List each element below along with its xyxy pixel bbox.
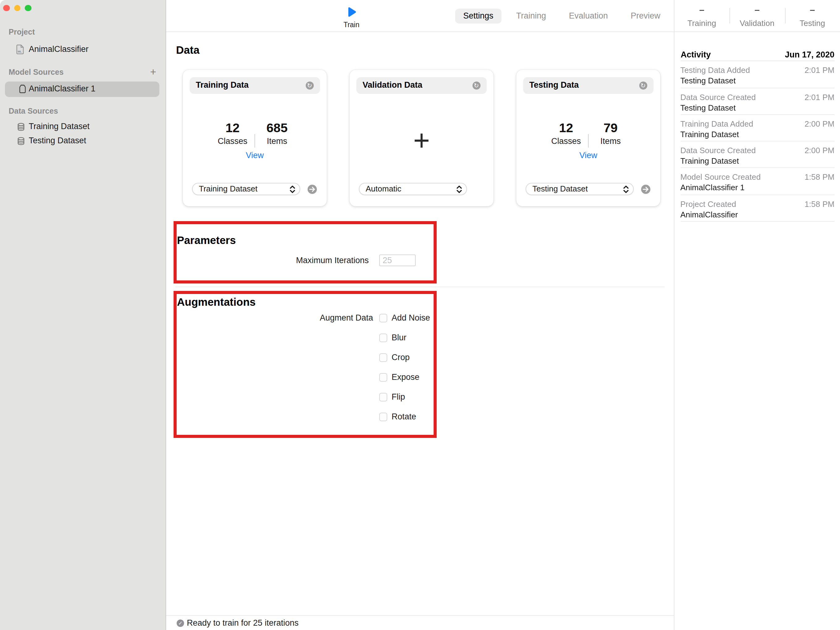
play-icon bbox=[347, 7, 356, 17]
activity-log-header: Activity Jun 17, 2020 bbox=[681, 48, 834, 60]
activity-log-item: Data Source Created 2:00 PM Training Dat… bbox=[681, 141, 834, 168]
checkbox-label: Add Noise bbox=[392, 313, 430, 323]
metric-training: – Training bbox=[674, 0, 729, 32]
checkbox-label: Expose bbox=[392, 373, 419, 382]
checkbox-label: Rotate bbox=[392, 412, 416, 422]
activity-log-item: Training Data Added 2:00 PM Training Dat… bbox=[681, 115, 834, 142]
toolbar: Train Settings Training Evaluation Previ… bbox=[166, 0, 674, 32]
status-text: Ready to train for 25 iterations bbox=[187, 616, 298, 630]
chevron-up-down-icon bbox=[290, 186, 295, 194]
items-stat: 685 Items bbox=[252, 122, 302, 146]
refresh-icon[interactable]: ↻ bbox=[639, 81, 647, 90]
data-sources-section-label: Data Sources bbox=[9, 107, 58, 115]
maximum-iterations-input[interactable] bbox=[379, 254, 415, 266]
activity-log-title: Activity bbox=[681, 50, 711, 59]
testing-data-card-header: Testing Data ↻ bbox=[523, 77, 654, 93]
model-source-icon bbox=[19, 85, 25, 93]
checkbox-flip[interactable] bbox=[379, 393, 387, 401]
database-icon bbox=[17, 137, 25, 145]
augmentations-section-title: Augmentations bbox=[177, 295, 256, 308]
validation-data-card-header: Validation Data ↻ bbox=[356, 77, 487, 93]
testing-data-card: Testing Data ↻ 12 Classes 79 Items View … bbox=[516, 69, 660, 206]
add-validation-data-target[interactable]: + bbox=[350, 123, 494, 157]
training-data-source-dropdown[interactable]: Training Dataset bbox=[192, 183, 300, 195]
card-title: Training Data bbox=[196, 77, 249, 93]
check-circle-icon: ✓ bbox=[177, 619, 184, 627]
activity-log-list: Testing Data Added 2:01 PM Testing Datas… bbox=[681, 61, 834, 222]
validation-data-card: Validation Data ↻ + Automatic bbox=[350, 69, 494, 206]
section-divider bbox=[175, 287, 665, 287]
zoom-window-button[interactable] bbox=[25, 5, 31, 11]
activity-log-item: Testing Data Added 2:01 PM Testing Datas… bbox=[681, 62, 834, 88]
metric-validation: – Validation bbox=[729, 0, 785, 32]
arrow-right-icon bbox=[641, 185, 650, 194]
view-link[interactable]: View bbox=[183, 150, 327, 159]
sidebar-item-label[interactable]: Training Dataset bbox=[29, 122, 90, 131]
chevron-up-down-icon bbox=[623, 186, 629, 194]
project-section-label: Project bbox=[9, 27, 35, 36]
activity-log-item: Project Created 1:58 PM AnimalClassifier bbox=[681, 195, 834, 222]
tab-bar: Settings Training Evaluation Preview Out… bbox=[463, 9, 708, 24]
open-data-source-button[interactable] bbox=[307, 185, 317, 194]
validation-data-source-dropdown[interactable]: Automatic bbox=[359, 183, 467, 195]
metrics-row: – Training – Validation – Testing bbox=[674, 0, 840, 32]
checkbox-crop[interactable] bbox=[379, 354, 387, 362]
close-window-button[interactable] bbox=[3, 5, 9, 11]
svg-text:ML: ML bbox=[17, 50, 22, 53]
sidebar-item-label[interactable]: AnimalClassifier 1 bbox=[29, 84, 95, 94]
status-bar: ✓ Ready to train for 25 iterations bbox=[166, 615, 674, 630]
arrow-right-icon bbox=[307, 185, 317, 194]
sidebar: Project ML AnimalClassifier Model Source… bbox=[0, 0, 166, 630]
tab-training[interactable]: Training bbox=[516, 9, 546, 24]
open-data-source-button[interactable] bbox=[641, 185, 650, 194]
maximum-iterations-label: Maximum Iterations bbox=[245, 256, 369, 265]
tab-settings[interactable]: Settings bbox=[455, 9, 502, 24]
classes-stat: 12 Classes bbox=[542, 122, 591, 146]
metric-testing: – Testing bbox=[785, 0, 840, 32]
testing-data-source-dropdown[interactable]: Testing Dataset bbox=[526, 183, 634, 195]
activity-log-item: Data Source Created 2:01 PM Testing Data… bbox=[681, 88, 834, 115]
parameters-annotation-box bbox=[174, 221, 437, 283]
add-model-source-button[interactable]: + bbox=[147, 66, 159, 78]
classes-stat: 12 Classes bbox=[208, 122, 257, 146]
activity-panel: – Training – Validation – Testing Activi… bbox=[674, 0, 840, 630]
page-title: Data bbox=[176, 44, 199, 57]
database-icon bbox=[17, 123, 25, 131]
sidebar-item-label[interactable]: AnimalClassifier bbox=[29, 44, 88, 54]
model-sources-section-label: Model Sources bbox=[9, 68, 64, 76]
activity-log-item: Model Source Created 1:58 PM AnimalClass… bbox=[681, 168, 834, 195]
view-link[interactable]: View bbox=[516, 150, 660, 159]
training-data-card-header: Training Data ↻ bbox=[189, 77, 320, 93]
refresh-icon[interactable]: ↻ bbox=[305, 81, 314, 90]
train-button-label: Train bbox=[340, 21, 363, 29]
activity-log-date: Jun 17, 2020 bbox=[785, 50, 834, 59]
checkbox-label: Blur bbox=[392, 333, 406, 343]
create-ml-window: Project ML AnimalClassifier Model Source… bbox=[0, 0, 840, 630]
checkbox-rotate[interactable] bbox=[379, 413, 387, 421]
card-title: Validation Data bbox=[363, 77, 423, 93]
checkbox-label: Crop bbox=[392, 353, 410, 363]
ml-document-icon: ML bbox=[16, 44, 24, 54]
chevron-up-down-icon bbox=[456, 186, 462, 194]
sidebar-item-label[interactable]: Testing Dataset bbox=[29, 136, 86, 145]
checkbox-add-noise[interactable] bbox=[379, 314, 387, 322]
card-title: Testing Data bbox=[529, 77, 579, 93]
augment-data-label: Augment Data bbox=[249, 313, 373, 323]
checkbox-expose[interactable] bbox=[379, 373, 387, 382]
minimize-window-button[interactable] bbox=[14, 5, 21, 11]
checkbox-blur[interactable] bbox=[379, 334, 387, 342]
refresh-icon[interactable]: ↻ bbox=[472, 81, 480, 90]
checkbox-label: Flip bbox=[392, 392, 405, 402]
tab-preview[interactable]: Preview bbox=[631, 9, 660, 24]
items-stat: 79 Items bbox=[586, 122, 635, 146]
training-data-card: Training Data ↻ 12 Classes 685 Items Vie… bbox=[183, 69, 327, 206]
tab-evaluation[interactable]: Evaluation bbox=[569, 9, 608, 24]
parameters-section-title: Parameters bbox=[177, 234, 236, 247]
sidebar-item-animalclassifier-1-selected[interactable]: AnimalClassifier 1 bbox=[5, 81, 159, 97]
